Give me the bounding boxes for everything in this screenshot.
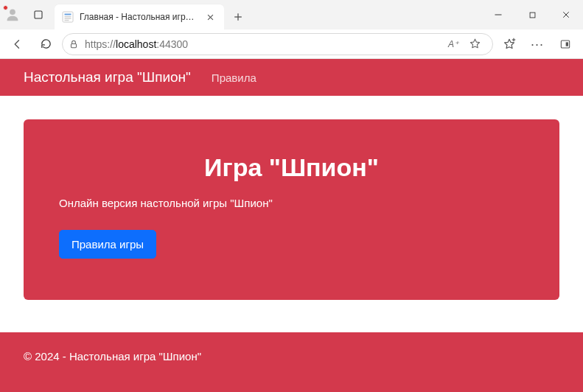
more-icon: ··· (531, 38, 544, 51)
refresh-button[interactable] (34, 32, 57, 56)
jumbotron: Игра "Шпион" Онлайн версия настольной иг… (24, 119, 559, 300)
page-viewport: Настольная игра "Шпион" Правила Игра "Шп… (0, 59, 583, 392)
svg-rect-5 (65, 18, 71, 18)
svg-rect-15 (71, 43, 77, 47)
nav-rules-link[interactable]: Правила (212, 71, 256, 84)
settings-menu-button[interactable]: ··· (526, 32, 549, 56)
svg-rect-4 (65, 16, 71, 17)
svg-rect-6 (65, 20, 69, 21)
brand-link[interactable]: Настольная игра "Шпион" (24, 69, 191, 85)
url-text: https://localhost:44300 (85, 38, 188, 50)
url-host: localhost (116, 38, 156, 50)
notification-dot-icon (3, 5, 8, 10)
svg-point-0 (10, 9, 15, 15)
jumbo-subheading: Онлайн версия настольной игры "Шпион" (59, 197, 524, 209)
url-port: :44300 (156, 38, 188, 50)
favicon-icon (62, 11, 74, 23)
rules-button[interactable]: Правила игры (59, 230, 156, 259)
svg-rect-1 (35, 11, 42, 18)
tab-close-button[interactable] (203, 10, 217, 24)
site-navbar: Настольная игра "Шпион" Правила (0, 59, 583, 96)
browser-tab[interactable]: Главная - Настольная игра "Шпион" (55, 4, 224, 29)
window-close-button[interactable] (549, 0, 583, 29)
new-tab-button[interactable] (227, 6, 249, 28)
site-footer: © 2024 - Настольная игра "Шпион" (0, 332, 583, 392)
jumbo-heading: Игра "Шпион" (59, 153, 524, 182)
tab-title: Главная - Настольная игра "Шпион" (80, 12, 198, 22)
reader-mode-button[interactable]: A⁺ (445, 32, 461, 56)
sidebar-toggle-button[interactable] (554, 32, 577, 56)
back-button[interactable] (6, 32, 29, 56)
main-container: Игра "Шпион" Онлайн версия настольной иг… (0, 96, 583, 332)
lock-icon (69, 39, 79, 49)
url-scheme: https:// (85, 38, 116, 50)
window-maximize-button[interactable] (515, 0, 549, 29)
favorite-star-button[interactable] (463, 32, 486, 56)
address-input[interactable]: https://localhost:44300 A⁺ (62, 33, 493, 55)
profile-avatar[interactable] (4, 7, 21, 23)
browser-titlebar: Главная - Настольная игра "Шпион" (0, 0, 583, 29)
svg-rect-12 (530, 13, 535, 18)
window-minimize-button[interactable] (481, 0, 515, 29)
tab-actions-button[interactable] (27, 3, 50, 27)
footer-text: © 2024 - Настольная игра "Шпион" (24, 350, 201, 363)
favorites-button[interactable] (498, 32, 521, 56)
reader-mode-label: A⁺ (448, 39, 458, 49)
svg-rect-3 (65, 14, 71, 15)
svg-rect-19 (566, 42, 568, 46)
browser-address-bar: https://localhost:44300 A⁺ ··· (0, 29, 583, 59)
